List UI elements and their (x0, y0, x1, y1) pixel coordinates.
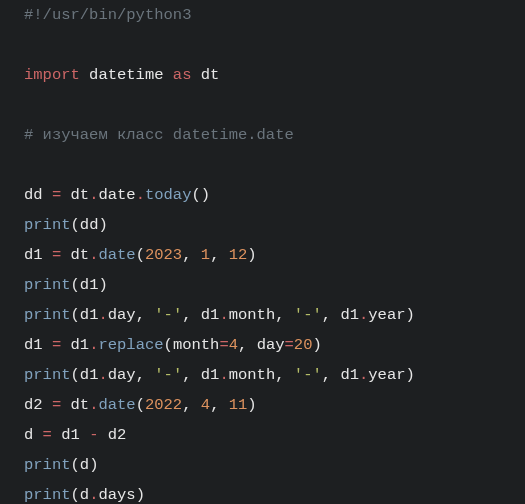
code-token: d1 (52, 426, 89, 444)
code-token: day (247, 336, 284, 354)
code-token: d1 (192, 306, 220, 324)
code-token: = (219, 336, 228, 354)
code-token: d1 (80, 366, 99, 384)
code-token: ) (98, 216, 107, 234)
code-token: ) (89, 456, 98, 474)
code-token: . (98, 366, 107, 384)
code-token: print (24, 276, 71, 294)
code-token: , (275, 306, 284, 324)
code-token: d (80, 486, 89, 504)
code-token: ( (136, 246, 145, 264)
code-token (145, 366, 154, 384)
code-token: '-' (294, 366, 322, 384)
code-token: as (173, 66, 192, 84)
code-token (285, 306, 294, 324)
code-token: print (24, 366, 71, 384)
code-token: year (368, 366, 405, 384)
code-token: # изучаем класс datetime.date (24, 126, 294, 144)
code-line: print(d1) (24, 276, 108, 294)
code-token: . (359, 306, 368, 324)
code-token: 4 (201, 396, 210, 414)
code-token (219, 246, 228, 264)
code-token: dt (61, 396, 89, 414)
code-token: ) (406, 306, 415, 324)
code-token: . (136, 186, 145, 204)
code-token: '-' (294, 306, 322, 324)
code-token: d1 (331, 306, 359, 324)
code-token: dt (191, 66, 219, 84)
code-token: () (191, 186, 210, 204)
code-token (192, 246, 201, 264)
code-token: dt (61, 186, 89, 204)
code-token: ( (71, 456, 80, 474)
code-token: print (24, 216, 71, 234)
code-token: , (136, 306, 145, 324)
code-token: day (108, 306, 136, 324)
code-token: replace (98, 336, 163, 354)
code-token: 20 (294, 336, 313, 354)
code-line: print(d1.day, '-', d1.month, '-', d1.yea… (24, 366, 415, 384)
code-token: 2023 (145, 246, 182, 264)
code-token: dd (80, 216, 99, 234)
code-token: month (229, 366, 276, 384)
code-token: d1 (192, 366, 220, 384)
code-token: d1 (331, 366, 359, 384)
code-token: = (52, 396, 61, 414)
code-token: = (52, 186, 61, 204)
code-line: d1 = d1.replace(month=4, day=20) (24, 336, 322, 354)
code-token: '-' (154, 366, 182, 384)
code-token: print (24, 486, 71, 504)
code-token: , (322, 366, 331, 384)
code-token: , (275, 366, 284, 384)
code-token: print (24, 306, 71, 324)
code-token: = (43, 426, 52, 444)
code-token: d2 (98, 426, 126, 444)
code-token: , (182, 246, 191, 264)
code-token: . (219, 366, 228, 384)
code-token: , (238, 336, 247, 354)
code-line: print(d.days) (24, 486, 145, 504)
code-token: ( (71, 486, 80, 504)
code-token: d1 (80, 276, 99, 294)
code-line: import datetime as dt (24, 66, 219, 84)
code-token: ( (71, 276, 80, 294)
code-token: 12 (229, 246, 248, 264)
code-token: day (108, 366, 136, 384)
code-block: #!/usr/bin/python3 import datetime as dt… (0, 0, 525, 504)
code-line: d2 = dt.date(2022, 4, 11) (24, 396, 257, 414)
code-token: d1 (24, 336, 52, 354)
code-line: d = d1 - d2 (24, 426, 126, 444)
code-token: . (359, 366, 368, 384)
code-token: = (52, 336, 61, 354)
code-token: ) (247, 246, 256, 264)
code-token: ( (71, 306, 80, 324)
code-line: dd = dt.date.today() (24, 186, 210, 204)
code-token: year (368, 306, 405, 324)
code-token: d1 (80, 306, 99, 324)
code-token: print (24, 456, 71, 474)
code-token: ( (71, 216, 80, 234)
code-token: , (322, 306, 331, 324)
code-token: ) (406, 366, 415, 384)
code-token: ( (71, 366, 80, 384)
code-line: print(dd) (24, 216, 108, 234)
code-token: ( (164, 336, 173, 354)
code-token (285, 366, 294, 384)
code-token: 11 (229, 396, 248, 414)
code-token: #!/usr/bin/python3 (24, 6, 191, 24)
code-token: , (182, 396, 191, 414)
code-token: . (98, 306, 107, 324)
code-token: , (182, 366, 191, 384)
code-token: 4 (229, 336, 238, 354)
code-token (219, 396, 228, 414)
code-token: = (285, 336, 294, 354)
code-token: month (229, 306, 276, 324)
code-token: 2022 (145, 396, 182, 414)
code-token (145, 306, 154, 324)
code-token: ) (136, 486, 145, 504)
code-token: '-' (154, 306, 182, 324)
code-token: date (98, 186, 135, 204)
code-token: ) (98, 276, 107, 294)
code-line: print(d) (24, 456, 98, 474)
code-token: date (98, 246, 135, 264)
